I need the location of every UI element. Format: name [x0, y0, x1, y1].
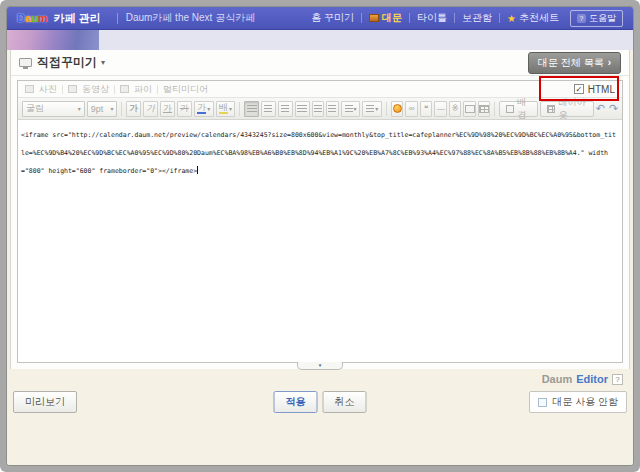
indent-icon: [328, 105, 336, 113]
attach-pie[interactable]: 파이: [134, 83, 152, 96]
arrow-right-icon: ›: [608, 57, 611, 68]
menu-title[interactable]: 타이틀: [417, 11, 447, 25]
special-char-icon: ※: [452, 104, 459, 113]
cafe-admin-window: Daum 카페 관리 Daum카페 the Next 공식카페 홈 꾸미기 대문…: [6, 6, 634, 466]
attach-photo[interactable]: 사진: [39, 83, 57, 96]
table-button[interactable]: [478, 101, 490, 117]
undo-icon[interactable]: ↶: [596, 102, 605, 115]
redo-icon[interactable]: ↷: [609, 102, 618, 115]
outdent-icon: [314, 105, 322, 113]
text-caret: [197, 166, 198, 174]
menu-home-decorate[interactable]: 홈 꾸미기: [311, 11, 354, 25]
video-icon: [68, 85, 77, 93]
special-char-button[interactable]: ※: [449, 101, 461, 117]
align-justify-icon: [297, 105, 307, 113]
menu-recommend-set[interactable]: ★추천세트: [507, 11, 559, 25]
preview-button[interactable]: 미리보기: [13, 391, 77, 413]
image-icon: [465, 105, 475, 113]
html-mode-label: HTML: [588, 84, 615, 95]
star-icon: ★: [507, 13, 516, 24]
background-button[interactable]: 배경: [499, 101, 538, 117]
apply-button[interactable]: 적용: [274, 391, 318, 413]
cafe-background-photo: [7, 30, 99, 50]
daemun-box-icon: [369, 14, 379, 22]
menu-archive[interactable]: 보관함: [462, 11, 492, 25]
format-toolbar: 굴림▾ 9pt▾ 가 가 가 가 가▾ 배▾ ▾: [18, 98, 622, 120]
emoticon-icon: [393, 104, 402, 113]
layout-button[interactable]: 레이아웃: [540, 101, 594, 117]
attach-video[interactable]: 동영상: [82, 83, 109, 96]
help-button[interactable]: ?도움말: [570, 10, 623, 27]
outdent-button[interactable]: [312, 101, 324, 117]
horizontal-rule-button[interactable]: ―: [434, 101, 446, 117]
align-right-button[interactable]: [278, 101, 293, 117]
editor-help-icon[interactable]: ?: [612, 374, 623, 385]
table-icon: [479, 105, 489, 113]
editor-collapse-handle[interactable]: ▾: [297, 362, 343, 370]
list-select[interactable]: ▾: [362, 101, 382, 117]
highlight-color-button[interactable]: 배▾: [216, 101, 236, 117]
photo-icon: [25, 85, 34, 93]
page-title: 직접꾸미기: [37, 54, 97, 71]
line-height-icon: [345, 105, 353, 113]
align-left-button[interactable]: [244, 101, 259, 117]
footer-actions: 미리보기 적용 취소 대문 사용 안함: [13, 391, 627, 413]
background-icon: [506, 105, 514, 113]
horizontal-rule-icon: ―: [437, 104, 445, 113]
chevron-down-icon: ▾: [319, 362, 322, 368]
topbar-menu: 홈 꾸미기 대문 타이틀 보관함 ★추천세트 ?도움말: [311, 10, 623, 27]
chevron-down-icon: ▾: [110, 105, 113, 112]
chevron-down-icon[interactable]: ▾: [101, 58, 105, 67]
question-icon: ?: [577, 14, 586, 23]
topbar: Daum 카페 관리 Daum카페 the Next 공식카페 홈 꾸미기 대문…: [7, 7, 633, 30]
html-mode-toggle[interactable]: ✓ HTML: [574, 84, 615, 95]
editor: 사진 동영상 파이 멀티미디어 ✓ HTML 굴림▾: [17, 80, 623, 363]
font-family-select[interactable]: 굴림▾: [22, 101, 85, 117]
align-left-icon: [247, 105, 257, 113]
attach-toolbar: 사진 동영상 파이 멀티미디어 ✓ HTML: [18, 81, 622, 98]
editor-brand: Daum Editor ?: [542, 373, 623, 385]
topbar-divider: [117, 13, 118, 24]
cafe-name: Daum카페 the Next 공식카페: [126, 11, 255, 25]
underline-button[interactable]: 가: [160, 101, 175, 117]
html-source-textarea[interactable]: <iframe src="http://calendar.daum.net/pr…: [18, 121, 622, 362]
list-icon: [366, 105, 374, 113]
daemun-list-button[interactable]: 대문 전체 목록›: [528, 52, 621, 74]
chevron-down-icon: ▾: [229, 105, 232, 112]
emoticon-button[interactable]: [391, 101, 403, 117]
cancel-button[interactable]: 취소: [323, 391, 367, 413]
monitor-icon: [19, 58, 32, 67]
quote-icon: ❝: [424, 104, 428, 113]
app-title: 카페 관리: [54, 11, 101, 26]
align-center-icon: [264, 105, 272, 113]
chevron-down-icon: ▾: [354, 105, 357, 112]
indent-button[interactable]: [326, 101, 338, 117]
strikethrough-button[interactable]: 가: [177, 101, 192, 117]
quote-button[interactable]: ❝: [420, 101, 432, 117]
background-photo-strip: [7, 30, 633, 50]
align-center-button[interactable]: [261, 101, 276, 117]
menu-daemun[interactable]: 대문: [369, 11, 402, 25]
line-height-select[interactable]: ▾: [341, 101, 361, 117]
iframe-embed-code: <iframe src="http://calendar.daum.net/pr…: [21, 131, 616, 175]
screenshot-root: Daum 카페 관리 Daum카페 the Next 공식카페 홈 꾸미기 대문…: [0, 0, 640, 472]
align-justify-button[interactable]: [295, 101, 310, 117]
daum-logo[interactable]: Daum: [17, 12, 48, 24]
attach-multimedia[interactable]: 멀티미디어: [163, 83, 208, 96]
pie-icon: [120, 85, 129, 93]
font-size-select[interactable]: 9pt▾: [87, 101, 118, 117]
disable-daemun-label: 대문 사용 안함: [552, 395, 618, 409]
align-right-icon: [281, 105, 289, 113]
checkbox-unchecked-icon[interactable]: [538, 398, 547, 407]
panel-header: 직접꾸미기 ▾ 대문 전체 목록›: [11, 50, 629, 76]
image-button[interactable]: [463, 101, 475, 117]
chevron-down-icon: ▾: [78, 105, 81, 112]
link-button[interactable]: ∞: [405, 101, 417, 117]
text-color-button[interactable]: 가▾: [194, 101, 214, 117]
checkbox-checked-icon[interactable]: ✓: [574, 84, 584, 94]
disable-daemun-toggle[interactable]: 대문 사용 안함: [529, 391, 627, 413]
chevron-down-icon: ▾: [207, 105, 210, 112]
bold-button[interactable]: 가: [126, 101, 141, 117]
brand-daum: Daum: [542, 373, 573, 385]
italic-button[interactable]: 가: [143, 101, 158, 117]
